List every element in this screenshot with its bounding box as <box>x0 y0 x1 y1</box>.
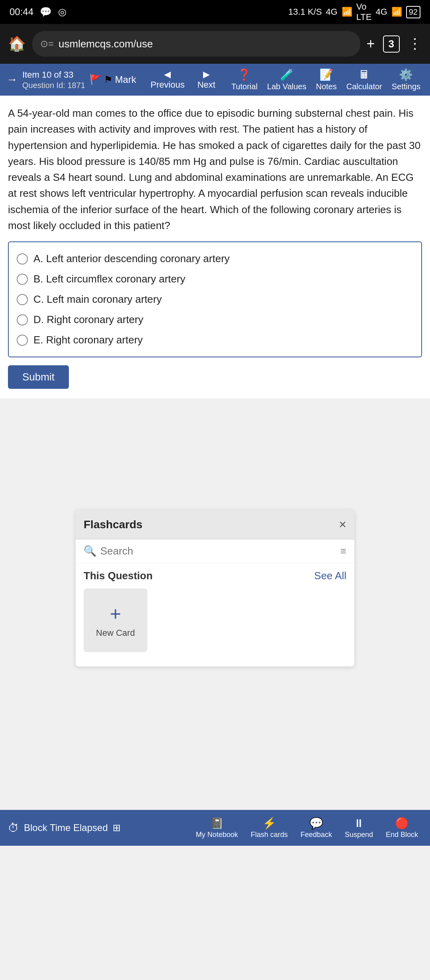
radio-b[interactable] <box>17 274 28 285</box>
battery-display: 92 <box>406 6 420 18</box>
nav-bar: → Item 10 of 33 Question Id: 1871 🚩 ⚑ Ma… <box>0 64 430 96</box>
calculator-label: Calculator <box>346 82 382 91</box>
flash-cards-button[interactable]: ⚡ Flash cards <box>247 817 292 839</box>
flashcards-title: Flashcards <box>84 518 143 531</box>
block-time: ⏱ Block Time Elapsed ⊞ <box>8 821 121 835</box>
radio-d[interactable] <box>17 314 28 325</box>
flashcards-search-bar[interactable]: 🔍 ≡ <box>76 539 354 563</box>
content-spacer <box>0 398 430 502</box>
suspend-button[interactable]: ⏸ Suspend <box>341 817 377 839</box>
flashcards-container: Flashcards × 🔍 ≡ This Question See All +… <box>0 502 430 674</box>
end-block-icon: 🔴 <box>395 817 409 830</box>
settings-button[interactable]: ⚙️ Settings <box>389 68 424 91</box>
nav-forward-icon: → <box>6 73 18 86</box>
signal-bars-icon: 📶 <box>342 7 352 17</box>
data-speed: 13.1 K/S <box>288 7 322 17</box>
bottom-tools: 📓 My Notebook ⚡ Flash cards 💬 Feedback ⏸… <box>192 817 422 839</box>
next-label: Next <box>197 80 215 90</box>
network1-label: 4G <box>326 7 337 17</box>
option-d[interactable]: D. Right coronary artery <box>17 310 413 330</box>
suspend-icon: ⏸ <box>353 817 364 830</box>
tab-count[interactable]: 3 <box>383 35 400 53</box>
timer-icon: ⏱ <box>8 821 19 835</box>
feedback-button[interactable]: 💬 Feedback <box>297 817 336 839</box>
option-a[interactable]: A. Left anterior descending coronary art… <box>17 249 413 269</box>
answer-options: A. Left anterior descending coronary art… <box>8 241 422 357</box>
search-input[interactable] <box>100 545 336 557</box>
tutorial-icon: ❓ <box>237 68 251 81</box>
new-card-plus-icon: + <box>110 603 121 625</box>
feedback-label: Feedback <box>301 831 332 839</box>
status-left: 00:44 💬 ◎ <box>10 6 66 18</box>
settings-label: Settings <box>392 82 420 91</box>
prev-label: Previous <box>150 80 185 90</box>
notes-icon: 📝 <box>319 68 333 81</box>
prev-next-group: ◀ Previous ▶ Next <box>144 69 222 90</box>
feedback-icon: 💬 <box>309 817 323 830</box>
block-time-label: Block Time Elapsed <box>24 822 108 833</box>
next-button[interactable]: ▶ Next <box>191 69 222 90</box>
lab-values-icon: 🧪 <box>280 68 294 81</box>
flag-outline-icon: ⚑ <box>104 74 113 85</box>
add-tab-button[interactable]: + <box>367 35 375 52</box>
flashcards-close-button[interactable]: × <box>339 517 346 532</box>
volte-icon: VoLTE <box>356 2 372 22</box>
option-d-text: D. Right coronary artery <box>33 314 143 326</box>
option-b-text: B. Left circumflex coronary artery <box>33 273 185 285</box>
previous-button[interactable]: ◀ Previous <box>144 69 191 90</box>
network2-label: 4G <box>375 7 387 17</box>
notes-button[interactable]: 📝 Notes <box>313 68 340 91</box>
option-c[interactable]: C. Left main coronary artery <box>17 289 413 310</box>
new-card-tile[interactable]: + New Card <box>84 588 147 652</box>
calculator-icon: 🖩 <box>359 68 370 81</box>
my-notebook-label: My Notebook <box>196 831 238 839</box>
section-row: This Question See All <box>84 570 346 582</box>
search-icon: 🔍 <box>84 545 96 557</box>
notes-label: Notes <box>316 82 336 91</box>
see-all-link[interactable]: See All <box>314 570 346 582</box>
next-arrow-icon: ▶ <box>203 69 210 80</box>
flash-cards-icon: ⚡ <box>262 817 276 830</box>
url-bar[interactable]: ⊙= usmlemcqs.com/use <box>32 31 360 57</box>
radio-c[interactable] <box>17 294 28 305</box>
flag-mark-group: 🚩 ⚑ Mark <box>90 74 136 85</box>
flash-cards-label: Flash cards <box>251 831 288 839</box>
signal-bars2-icon: 📶 <box>391 7 402 17</box>
nav-info: Item 10 of 33 Question Id: 1871 <box>22 69 85 90</box>
lab-values-button[interactable]: 🧪 Lab Values <box>264 68 310 91</box>
cards-grid: + New Card <box>84 588 346 660</box>
prev-arrow-icon: ◀ <box>164 69 171 80</box>
more-menu-button[interactable]: ⋮ <box>408 35 422 52</box>
filter-icon: ≡ <box>340 545 346 557</box>
item-label: Item 10 of 33 <box>22 69 85 81</box>
end-block-button[interactable]: 🔴 End Block <box>382 817 422 839</box>
browser-bar: 🏠 ⊙= usmlemcqs.com/use + 3 ⋮ <box>0 24 430 64</box>
radio-a[interactable] <box>17 253 28 265</box>
status-right: 13.1 K/S 4G 📶 VoLTE 4G 📶 92 <box>288 2 420 22</box>
flashcards-panel: Flashcards × 🔍 ≡ This Question See All +… <box>76 510 354 666</box>
section-label: This Question <box>84 570 152 582</box>
bottom-bar: ⏱ Block Time Elapsed ⊞ 📓 My Notebook ⚡ F… <box>0 810 430 846</box>
calculator-button[interactable]: 🖩 Calculator <box>343 68 385 91</box>
option-c-text: C. Left main coronary artery <box>33 293 162 306</box>
browser-actions: + 3 ⋮ <box>367 35 422 53</box>
option-a-text: A. Left anterior descending coronary art… <box>33 253 230 265</box>
radio-e[interactable] <box>17 335 28 346</box>
option-e[interactable]: E. Right coronary artery <box>17 330 413 350</box>
flashcards-header: Flashcards × <box>76 510 354 539</box>
my-notebook-button[interactable]: 📓 My Notebook <box>192 817 242 839</box>
nav-tools: ❓ Tutorial 🧪 Lab Values 📝 Notes 🖩 Calcul… <box>228 68 424 91</box>
status-bar: 00:44 💬 ◎ 13.1 K/S 4G 📶 VoLTE 4G 📶 92 <box>0 0 430 24</box>
mark-label: Mark <box>115 74 136 85</box>
new-card-label: New Card <box>96 628 135 638</box>
tutorial-label: Tutorial <box>231 82 258 91</box>
home-button[interactable]: 🏠 <box>8 35 26 52</box>
option-b[interactable]: B. Left circumflex coronary artery <box>17 269 413 289</box>
tutorial-button[interactable]: ❓ Tutorial <box>228 68 261 91</box>
flag-red-icon: 🚩 <box>90 74 102 85</box>
suspend-label: Suspend <box>345 831 373 839</box>
option-e-text: E. Right coronary artery <box>33 334 143 346</box>
empty-space <box>0 846 430 980</box>
signal-icon: ◎ <box>58 6 66 18</box>
submit-button[interactable]: Submit <box>8 365 69 389</box>
